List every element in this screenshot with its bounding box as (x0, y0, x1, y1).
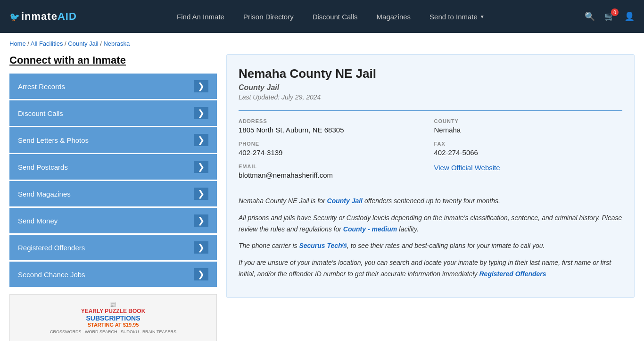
desc-para-4: If you are unsure of your inmate's locat… (239, 257, 622, 280)
nav-discount-calls[interactable]: Discount Calls (313, 13, 358, 21)
info-grid: ADDRESS 1805 North St, Auburn, NE 68305 … (239, 110, 622, 186)
nav-send-to-inmate[interactable]: Send to Inmate ▼ (429, 13, 485, 21)
facility-type: County Jail (239, 83, 622, 92)
logo[interactable]: 🐦inmateAID (9, 10, 77, 23)
ad-line2: SUBSCRIPTIONS (50, 314, 176, 322)
arrow-icon: ❯ (194, 214, 208, 227)
phone-label: PHONE (239, 141, 427, 147)
sidebar-menu: Arrest Records ❯ Discount Calls ❯ Send L… (9, 74, 217, 287)
last-updated: Last Updated: July 29, 2024 (239, 93, 622, 101)
send-dropdown-icon: ▼ (480, 14, 485, 19)
email-value: blottman@nemahasheriff.com (239, 171, 427, 179)
fax-cell: FAX 402-274-5066 (434, 141, 623, 156)
email-label: EMAIL (239, 164, 427, 169)
main-nav: Find An Inmate Prison Directory Discount… (100, 13, 561, 21)
ad-title-line1: 📰 (50, 302, 176, 308)
sidebar-item-send-letters[interactable]: Send Letters & Photos ❯ (9, 127, 217, 153)
address-label: ADDRESS (239, 118, 427, 124)
ad-line3: STARTING AT $19.95 (50, 322, 176, 328)
cart-badge: 0 (611, 8, 619, 16)
header-actions: 🔍 🛒 0 👤 (585, 11, 635, 22)
sidebar-item-send-magazines[interactable]: Send Magazines ❯ (9, 181, 217, 206)
address-value: 1805 North St, Auburn, NE 68305 (239, 126, 427, 134)
fax-label: FAX (434, 141, 623, 147)
sidebar-label-discount-calls: Discount Calls (18, 109, 63, 117)
ad-line1: YEARLY PUZZLE BOOK (50, 308, 176, 314)
breadcrumb-all-facilities[interactable]: All Facilities (31, 40, 63, 47)
county-jail-link-1[interactable]: County Jail (327, 197, 363, 205)
sidebar-label-send-money: Send Money (18, 217, 58, 225)
securus-link[interactable]: Securus Tech® (299, 242, 347, 249)
facility-card: Nemaha County NE Jail County Jail Last U… (226, 54, 635, 298)
desc-para-3: The phone carrier is Securus Tech®, to s… (239, 240, 622, 252)
sidebar-item-registered-offenders[interactable]: Registered Offenders ❯ (9, 235, 217, 260)
facility-content: Nemaha County NE Jail County Jail Last U… (226, 54, 635, 341)
sidebar-item-send-postcards[interactable]: Send Postcards ❯ (9, 154, 217, 180)
sidebar-item-arrest-records[interactable]: Arrest Records ❯ (9, 74, 217, 99)
sidebar-label-second-chance-jobs: Second Chance Jobs (18, 271, 85, 279)
nav-find-inmate[interactable]: Find An Inmate (177, 13, 224, 21)
sidebar-label-arrest-records: Arrest Records (18, 82, 65, 90)
user-icon[interactable]: 👤 (624, 11, 635, 22)
email-cell: EMAIL blottman@nemahasheriff.com (239, 164, 427, 179)
county-label: COUNTY (434, 118, 623, 124)
arrow-icon: ❯ (194, 241, 208, 254)
facility-description: Nemaha County NE Jail is for County Jail… (239, 196, 622, 280)
desc-para-1: Nemaha County NE Jail is for County Jail… (239, 196, 622, 207)
arrow-icon: ❯ (194, 107, 208, 119)
phone-cell: PHONE 402-274-3139 (239, 141, 427, 156)
fax-value: 402-274-5066 (434, 148, 623, 156)
ad-banner[interactable]: 📰 YEARLY PUZZLE BOOK SUBSCRIPTIONS START… (9, 294, 217, 341)
arrow-icon: ❯ (194, 134, 208, 146)
county-value: Nemaha (434, 126, 623, 134)
cart-icon[interactable]: 🛒 0 (604, 11, 615, 22)
logo-text: 🐦inmateAID (9, 10, 77, 23)
website-link[interactable]: View Official Website (434, 164, 500, 172)
sidebar-label-send-magazines: Send Magazines (18, 190, 71, 198)
breadcrumb-county-jail[interactable]: County Jail (68, 40, 98, 47)
sidebar-label-send-letters: Send Letters & Photos (18, 136, 89, 144)
main-layout: Connect with an Inmate Arrest Records ❯ … (0, 54, 644, 351)
arrow-icon: ❯ (194, 188, 208, 200)
address-cell: ADDRESS 1805 North St, Auburn, NE 68305 (239, 118, 427, 134)
website-cell: View Official Website (434, 164, 623, 179)
ad-content: 📰 YEARLY PUZZLE BOOK SUBSCRIPTIONS START… (50, 302, 176, 334)
arrow-icon: ❯ (194, 80, 208, 92)
ad-line4: CROSSWORDS · WORD SEARCH · SUDOKU · BRAI… (50, 329, 176, 334)
sidebar-label-send-postcards: Send Postcards (18, 163, 68, 171)
arrow-icon: ❯ (194, 268, 208, 280)
breadcrumb: Home / All Facilities / County Jail / Ne… (0, 33, 644, 54)
sidebar-item-discount-calls[interactable]: Discount Calls ❯ (9, 100, 217, 126)
arrow-icon: ❯ (194, 161, 208, 173)
county-medium-link[interactable]: County - medium (343, 225, 397, 233)
header: 🐦inmateAID Find An Inmate Prison Directo… (0, 0, 644, 33)
breadcrumb-nebraska[interactable]: Nebraska (103, 40, 130, 47)
sidebar-title: Connect with an Inmate (9, 54, 217, 66)
facility-name: Nemaha County NE Jail (239, 66, 622, 81)
sidebar-item-send-money[interactable]: Send Money ❯ (9, 208, 217, 233)
registered-offenders-link[interactable]: Registered Offenders (479, 270, 546, 278)
phone-value: 402-274-3139 (239, 148, 427, 156)
sidebar-item-second-chance-jobs[interactable]: Second Chance Jobs ❯ (9, 262, 217, 287)
sidebar-label-registered-offenders: Registered Offenders (18, 244, 85, 252)
sidebar: Connect with an Inmate Arrest Records ❯ … (9, 54, 217, 341)
nav-prison-directory[interactable]: Prison Directory (243, 13, 294, 21)
nav-magazines[interactable]: Magazines (377, 13, 411, 21)
search-icon[interactable]: 🔍 (585, 11, 595, 22)
desc-para-2: All prisons and jails have Security or C… (239, 213, 622, 235)
county-cell: COUNTY Nemaha (434, 118, 623, 134)
breadcrumb-home[interactable]: Home (9, 40, 26, 47)
